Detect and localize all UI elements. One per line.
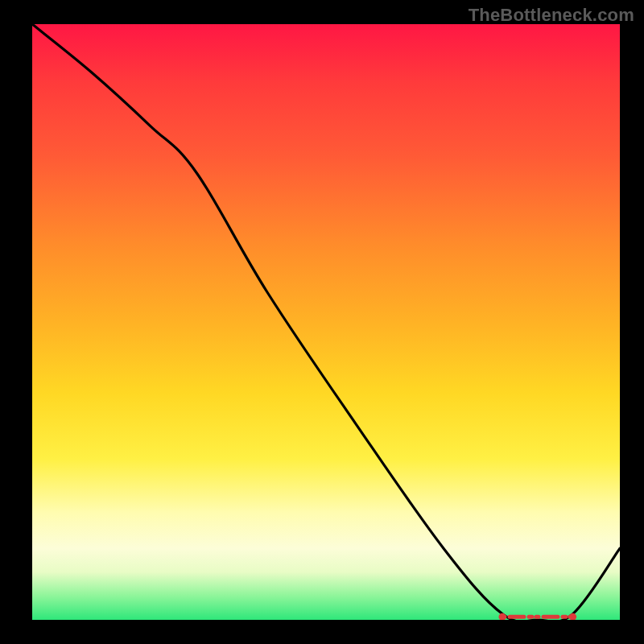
chart-line — [32, 24, 620, 620]
chart-frame: TheBottleneck.com — [0, 0, 644, 644]
plot-area — [32, 24, 620, 620]
watermark-text: TheBottleneck.com — [469, 5, 634, 26]
flat-segment-marker — [499, 613, 577, 620]
line-chart-svg — [32, 24, 620, 620]
svg-point-2 — [569, 613, 576, 620]
